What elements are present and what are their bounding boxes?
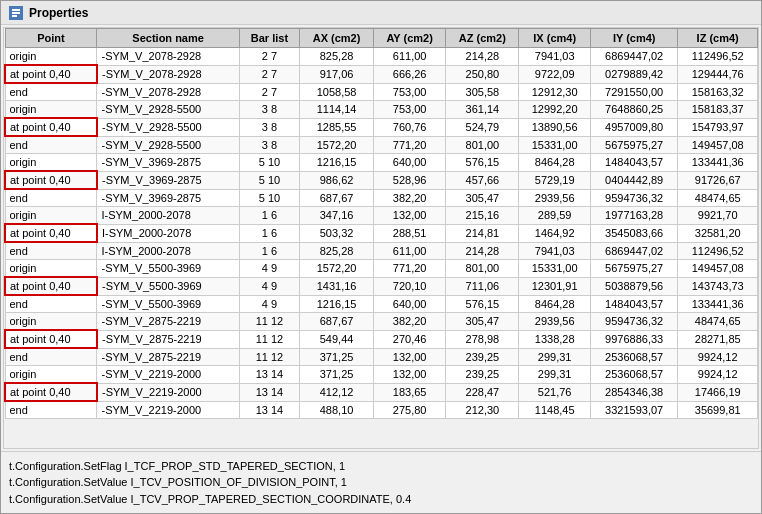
col-header-ix: IX (cm4) bbox=[519, 29, 591, 48]
cell-ay: 611,00 bbox=[374, 242, 446, 260]
cell-point: at point 0,40 bbox=[5, 330, 97, 348]
cell-section: -SYM_V_3969-2875 bbox=[97, 154, 239, 172]
cell-ay: 382,20 bbox=[374, 189, 446, 207]
cell-bar: 2 7 bbox=[239, 65, 299, 83]
table-row: end -SYM_V_2875-2219 11 12 371,25 132,00… bbox=[5, 348, 758, 366]
cell-ix: 1464,92 bbox=[519, 224, 591, 242]
footer-line-3: t.Configuration.SetValue I_TCV_PROP_TAPE… bbox=[9, 491, 753, 508]
cell-iy: 6869447,02 bbox=[590, 242, 677, 260]
cell-iz: 149457,08 bbox=[678, 136, 758, 154]
cell-point: at point 0,40 bbox=[5, 118, 97, 136]
cell-iz: 158163,32 bbox=[678, 83, 758, 101]
properties-table: Point Section name Bar list AX (cm2) AY … bbox=[4, 28, 758, 419]
cell-section: I-SYM_2000-2078 bbox=[97, 242, 239, 260]
footer-line-2: t.Configuration.SetValue I_TCV_POSITION_… bbox=[9, 474, 753, 491]
cell-ix: 299,31 bbox=[519, 348, 591, 366]
footer-line-1: t.Configuration.SetFlag I_TCF_PROP_STD_T… bbox=[9, 458, 753, 475]
cell-ax: 1431,16 bbox=[300, 277, 374, 295]
cell-point: at point 0,40 bbox=[5, 65, 97, 83]
cell-iy: 1977163,28 bbox=[590, 207, 677, 225]
svg-rect-3 bbox=[12, 15, 17, 17]
cell-bar: 11 12 bbox=[239, 330, 299, 348]
cell-ax: 917,06 bbox=[300, 65, 374, 83]
cell-iz: 17466,19 bbox=[678, 383, 758, 401]
cell-ay: 640,00 bbox=[374, 295, 446, 313]
table-row: at point 0,40 -SYM_V_5500-3969 4 9 1431,… bbox=[5, 277, 758, 295]
cell-section: -SYM_V_2928-5500 bbox=[97, 136, 239, 154]
cell-ix: 12301,91 bbox=[519, 277, 591, 295]
table-row: origin -SYM_V_3969-2875 5 10 1216,15 640… bbox=[5, 154, 758, 172]
cell-az: 239,25 bbox=[446, 366, 519, 384]
cell-ix: 12992,20 bbox=[519, 101, 591, 119]
cell-bar: 13 14 bbox=[239, 366, 299, 384]
table-row: origin -SYM_V_2219-2000 13 14 371,25 132… bbox=[5, 366, 758, 384]
cell-iz: 112496,52 bbox=[678, 48, 758, 66]
cell-iz: 48474,65 bbox=[678, 189, 758, 207]
cell-ay: 666,26 bbox=[374, 65, 446, 83]
cell-iy: 9594736,32 bbox=[590, 313, 677, 331]
cell-iy: 9594736,32 bbox=[590, 189, 677, 207]
cell-point: origin bbox=[5, 313, 97, 331]
cell-ay: 720,10 bbox=[374, 277, 446, 295]
cell-point: end bbox=[5, 242, 97, 260]
cell-az: 305,47 bbox=[446, 313, 519, 331]
cell-bar: 5 10 bbox=[239, 189, 299, 207]
table-row: end -SYM_V_2219-2000 13 14 488,10 275,80… bbox=[5, 401, 758, 419]
cell-section: I-SYM_2000-2078 bbox=[97, 224, 239, 242]
cell-bar: 3 8 bbox=[239, 118, 299, 136]
cell-point: at point 0,40 bbox=[5, 171, 97, 189]
cell-iy: 5038879,56 bbox=[590, 277, 677, 295]
cell-section: -SYM_V_2078-2928 bbox=[97, 65, 239, 83]
cell-section: -SYM_V_2219-2000 bbox=[97, 383, 239, 401]
cell-iz: 9924,12 bbox=[678, 348, 758, 366]
cell-ix: 299,31 bbox=[519, 366, 591, 384]
cell-section: -SYM_V_2875-2219 bbox=[97, 348, 239, 366]
cell-ax: 503,32 bbox=[300, 224, 374, 242]
cell-az: 215,16 bbox=[446, 207, 519, 225]
cell-az: 278,98 bbox=[446, 330, 519, 348]
cell-bar: 4 9 bbox=[239, 277, 299, 295]
cell-ix: 12912,30 bbox=[519, 83, 591, 101]
footer-text: t.Configuration.SetFlag I_TCF_PROP_STD_T… bbox=[1, 451, 761, 514]
cell-iy: 1484043,57 bbox=[590, 295, 677, 313]
data-table-container[interactable]: Point Section name Bar list AX (cm2) AY … bbox=[3, 27, 759, 449]
cell-point: end bbox=[5, 401, 97, 419]
col-header-section: Section name bbox=[97, 29, 239, 48]
cell-section: -SYM_V_2219-2000 bbox=[97, 401, 239, 419]
col-header-ay: AY (cm2) bbox=[374, 29, 446, 48]
cell-az: 801,00 bbox=[446, 260, 519, 278]
cell-ax: 1572,20 bbox=[300, 260, 374, 278]
cell-point: origin bbox=[5, 207, 97, 225]
cell-ax: 488,10 bbox=[300, 401, 374, 419]
cell-bar: 3 8 bbox=[239, 136, 299, 154]
table-row: origin I-SYM_2000-2078 1 6 347,16 132,00… bbox=[5, 207, 758, 225]
cell-bar: 5 10 bbox=[239, 171, 299, 189]
cell-ax: 1572,20 bbox=[300, 136, 374, 154]
cell-section: -SYM_V_5500-3969 bbox=[97, 277, 239, 295]
cell-az: 214,28 bbox=[446, 48, 519, 66]
cell-section: -SYM_V_5500-3969 bbox=[97, 295, 239, 313]
content-area: Point Section name Bar list AX (cm2) AY … bbox=[1, 25, 761, 513]
table-row: end -SYM_V_2928-5500 3 8 1572,20 771,20 … bbox=[5, 136, 758, 154]
table-header-row: Point Section name Bar list AX (cm2) AY … bbox=[5, 29, 758, 48]
cell-ix: 13890,56 bbox=[519, 118, 591, 136]
cell-iz: 112496,52 bbox=[678, 242, 758, 260]
cell-ix: 7941,03 bbox=[519, 242, 591, 260]
cell-ay: 132,00 bbox=[374, 207, 446, 225]
cell-iy: 1484043,57 bbox=[590, 154, 677, 172]
cell-point: origin bbox=[5, 260, 97, 278]
cell-ay: 132,00 bbox=[374, 366, 446, 384]
table-row: at point 0,40 -SYM_V_2875-2219 11 12 549… bbox=[5, 330, 758, 348]
cell-az: 524,79 bbox=[446, 118, 519, 136]
cell-iy: 2536068,57 bbox=[590, 366, 677, 384]
cell-iy: 5675975,27 bbox=[590, 260, 677, 278]
cell-ax: 1114,14 bbox=[300, 101, 374, 119]
cell-point: origin bbox=[5, 48, 97, 66]
cell-section: -SYM_V_2875-2219 bbox=[97, 330, 239, 348]
cell-ix: 15331,00 bbox=[519, 136, 591, 154]
cell-ax: 825,28 bbox=[300, 48, 374, 66]
cell-ax: 549,44 bbox=[300, 330, 374, 348]
cell-iy: 3321593,07 bbox=[590, 401, 677, 419]
cell-iz: 91726,67 bbox=[678, 171, 758, 189]
table-row: origin -SYM_V_2078-2928 2 7 825,28 611,0… bbox=[5, 48, 758, 66]
